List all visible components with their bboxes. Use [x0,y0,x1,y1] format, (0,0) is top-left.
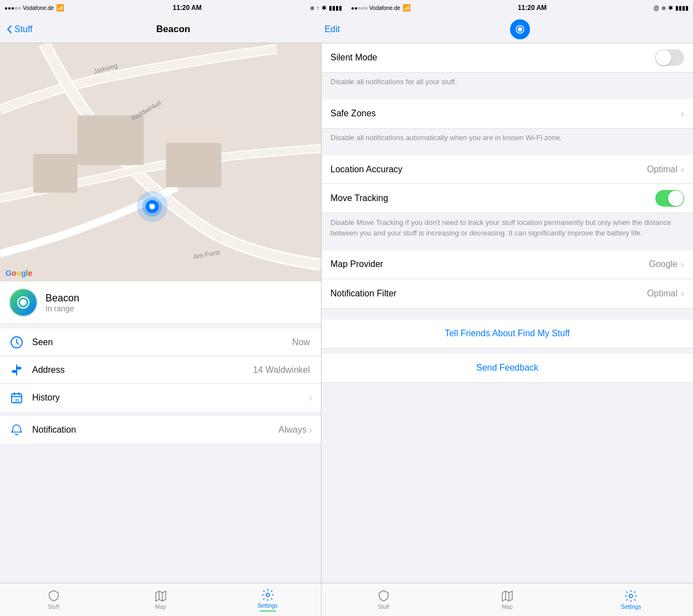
beacon-name: Beacon [45,292,79,304]
back-button[interactable]: Stuff [7,24,33,34]
safe-zones-row[interactable]: Safe Zones › [322,99,693,128]
clock-icon [9,336,24,349]
notification-row[interactable]: Notification Always › [0,416,321,444]
tab-map-left[interactable]: Map [107,583,214,616]
svg-point-15 [20,299,27,306]
notification-chevron: › [309,424,312,436]
gap-1 [322,94,693,99]
tab-settings-label-left: Settings [257,603,277,609]
notification-filter-chevron: › [681,288,684,299]
notification-section: Notification Always › [0,416,321,444]
svg-point-22 [266,593,269,597]
target-icon [514,24,526,35]
beacon-status: In range [45,304,79,313]
notification-filter-value: Optimal [647,289,677,299]
time-right: 11:20 AM [411,4,654,12]
location-accuracy-value: Optimal [647,165,677,174]
left-spacer [0,444,321,583]
svg-rect-4 [166,143,221,187]
seen-row[interactable]: Seen Now [0,328,321,356]
silent-mode-toggle[interactable] [655,49,684,66]
tab-stuff-label-left: Stuff [48,604,59,610]
provider-section: Map Provider Google › Notification Filte… [322,250,693,309]
history-row[interactable]: 31 History › [0,384,321,412]
bell-icon [9,424,24,436]
edit-button[interactable]: Edit [324,24,340,34]
calendar-icon: 31 [9,391,24,404]
send-feedback-label: Send Feedback [476,363,538,373]
svg-point-0 [518,27,522,32]
battery-icon-right: ▮▮▮▮ [675,4,689,12]
beacon-avatar [9,288,38,317]
notification-filter-row[interactable]: Notification Filter Optimal › [322,279,693,308]
svg-rect-3 [78,115,144,165]
wifi-icon-left: 📶 [56,4,64,12]
safe-zones-desc: Disable all notifications automatically … [322,129,693,150]
map-tab-icon-left [154,589,167,603]
status-left-carrier: ●●●○○ Vodafone.de 📶 [4,4,64,12]
move-tracking-row[interactable]: Move Tracking [322,184,693,213]
status-bar-left: ●●●○○ Vodafone.de 📶 11:20 AM ⊕ ↑ ✱ ▮▮▮▮ [0,0,346,16]
gap-6 [322,348,693,354]
seen-value: Now [292,337,310,347]
svg-point-23 [629,594,633,598]
tab-settings-left[interactable]: Settings [214,583,321,616]
tab-stuff-left[interactable]: Stuff [0,583,107,616]
bluetooth-icon-left: ✱ [322,4,327,12]
history-chevron: › [309,392,312,404]
silent-mode-row[interactable]: Silent Mode [322,43,693,72]
tab-settings-right[interactable]: Settings [569,583,693,616]
tab-map-right[interactable]: Map [445,583,569,616]
right-panel: Silent Mode Disable all notifications fo… [322,43,693,616]
seen-label: Seen [32,337,292,347]
svg-point-17 [21,300,24,303]
nav-right [346,16,693,43]
arrow-icon-left: ↑ [317,5,319,11]
map-provider-row[interactable]: Map Provider Google › [322,250,693,279]
settings-tab-icon-left [261,588,274,602]
location-accuracy-row[interactable]: Location Accuracy Optimal › [322,155,693,184]
map-area[interactable]: Jarkweg Waldwinkel Am Forst Google [0,43,321,281]
move-tracking-label: Move Tracking [330,193,655,203]
bluetooth-icon-right: ✱ [668,4,673,12]
silent-mode-label: Silent Mode [330,53,655,63]
toggle-knob-move [668,191,684,206]
tab-stuff-label-right: Stuff [378,604,389,610]
history-label: History [32,393,309,403]
tell-friends-row[interactable]: Tell Friends About Find My Stuff [322,320,693,348]
location-section: Location Accuracy Optimal › Move Trackin… [322,155,693,213]
toggle-knob-silent [656,50,671,65]
nav-bar: Stuff Beacon Edit [0,16,693,43]
send-feedback-row[interactable]: Send Feedback [322,354,693,383]
at-icon-right: @ [654,5,659,11]
stuff-tab-icon-right [377,589,390,603]
move-tracking-toggle[interactable] [655,190,684,207]
silent-mode-desc: Disable all notifications for all your s… [322,73,693,94]
tab-settings-label-right: Settings [621,604,641,610]
tab-map-label-right: Map [502,604,512,610]
svg-text:31: 31 [15,398,19,402]
notification-value: Always [278,425,307,435]
beacon-nav-icon [510,19,530,39]
address-row[interactable]: Address 14 Waldwinkel [0,356,321,384]
tab-stuff-right[interactable]: Stuff [322,583,445,616]
safe-zones-section: Safe Zones › [322,99,693,129]
tab-bar-right: Stuff Map Settings [322,583,693,616]
gap-4 [322,309,693,314]
beacon-details: Beacon In range [45,292,79,313]
back-label: Stuff [14,24,33,34]
nav-left: Stuff Beacon Edit [0,16,346,43]
left-panel: Jarkweg Waldwinkel Am Forst Google [0,43,322,616]
location-icon-right: ⊕ [661,5,666,11]
location-accuracy-chevron: › [681,163,684,175]
info-section: Seen Now Address 14 Waldwinkel [0,328,321,412]
battery-icon-left: ▮▮▮▮ [329,4,342,12]
svg-text:Google: Google [6,269,32,278]
status-bar-right: ●●○○○ Vodafone.de 📶 11:20 AM @ ⊕ ✱ ▮▮▮▮ [346,0,693,16]
main-content: Jarkweg Waldwinkel Am Forst Google [0,43,693,616]
carrier-text-right: ●●○○○ Vodafone.de [351,5,400,11]
address-label: Address [32,365,253,375]
map-provider-label: Map Provider [330,259,649,269]
location-accuracy-label: Location Accuracy [330,165,647,174]
location-icon-left: ⊕ [310,5,314,11]
